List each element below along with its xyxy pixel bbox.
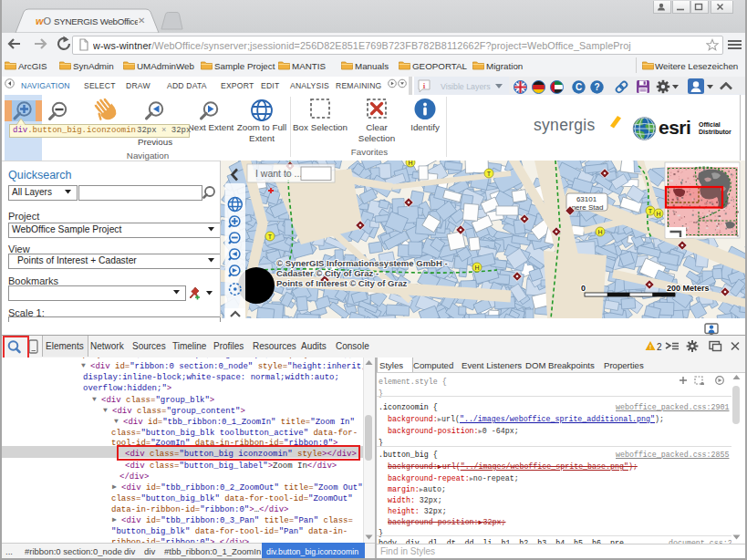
svg-text:H: H — [474, 264, 479, 271]
svg-text:T: T — [268, 233, 273, 240]
svg-text:© SynerGIS Informationssysteme: © SynerGIS Informationssysteme GmbH - — [276, 258, 448, 268]
svg-text:Points of Interest © City of G: Points of Interest © City of Graz — [276, 278, 407, 288]
svg-text:200 Meters: 200 Meters — [667, 284, 710, 293]
svg-text:T: T — [648, 208, 653, 214]
svg-text:T: T — [487, 171, 492, 177]
svg-text:0: 0 — [581, 284, 586, 293]
svg-text:I want to ...: I want to ... — [255, 168, 302, 179]
svg-text:nere Stad: nere Stad — [572, 203, 604, 212]
svg-text:H: H — [597, 229, 602, 235]
svg-text:H: H — [408, 161, 412, 166]
svg-text:63101: 63101 — [576, 195, 597, 203]
svg-text:Cadaster © City of Graz -: Cadaster © City of Graz - — [276, 268, 379, 278]
svg-text:!: ! — [649, 343, 651, 351]
svg-text:C: C — [576, 82, 582, 92]
svg-text:2: 2 — [657, 342, 662, 352]
svg-text:?: ? — [594, 82, 599, 92]
svg-text:H: H — [656, 211, 660, 217]
